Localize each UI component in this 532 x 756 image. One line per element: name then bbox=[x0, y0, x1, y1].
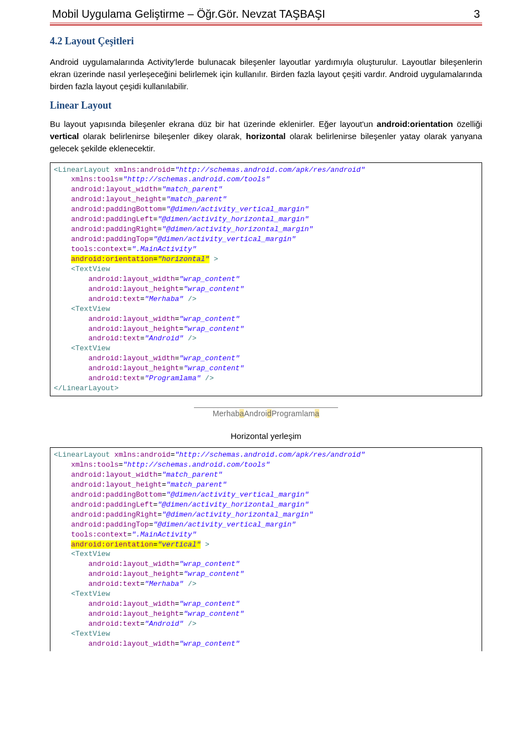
code-block-vertical: <LinearLayout xmlns:android="http://sche… bbox=[50, 447, 482, 651]
code: "match_parent" bbox=[162, 185, 222, 193]
code: <LinearLayout bbox=[54, 451, 110, 459]
bold-term: vertical bbox=[50, 131, 79, 141]
code: android:text bbox=[88, 620, 140, 628]
code: "wrap_content" bbox=[183, 285, 244, 293]
page-header: Mobil Uygulama Geliştirme – Öğr.Gör. Nev… bbox=[50, 8, 482, 22]
code: "Programlama" bbox=[145, 374, 201, 382]
code: android:text bbox=[88, 580, 140, 588]
code: /> bbox=[183, 334, 196, 343]
code: android:paddingBottom bbox=[71, 491, 162, 499]
code: "http://schemas.android.com/apk/res/andr… bbox=[175, 166, 365, 174]
code: android:layout_height bbox=[88, 364, 179, 372]
code: "Android" bbox=[145, 620, 183, 628]
code: ".MainActivity" bbox=[131, 245, 196, 253]
code: "wrap_content" bbox=[183, 610, 244, 618]
emulator-bar bbox=[194, 407, 338, 408]
code: "http://schemas.android.com/apk/res/andr… bbox=[175, 451, 365, 459]
code: <TextView bbox=[71, 265, 110, 273]
code: /> bbox=[183, 620, 196, 628]
code: "wrap_content" bbox=[179, 354, 239, 362]
code: tools:context bbox=[71, 530, 127, 539]
code: android:paddingLeft bbox=[71, 215, 153, 223]
code-highlight: android:orientation bbox=[71, 540, 153, 549]
figure-caption: Horizontal yerleşim bbox=[50, 431, 482, 441]
bold-term: android:orientation bbox=[377, 119, 453, 129]
code: android:layout_width bbox=[88, 640, 175, 648]
emulator-output: MerhabaAndroidProgramlama bbox=[50, 409, 482, 418]
code: android:layout_width bbox=[88, 354, 175, 362]
code: "@dimen/activity_horizontal_margin" bbox=[157, 500, 309, 509]
code: <LinearLayout bbox=[54, 166, 110, 174]
code: <TextView bbox=[71, 590, 110, 598]
code: android:layout_width bbox=[71, 185, 157, 193]
code: > bbox=[201, 540, 209, 549]
code: "wrap_content" bbox=[179, 640, 239, 648]
code: android:paddingTop bbox=[71, 520, 149, 529]
section-heading: 4.2 Layout Çeşitleri bbox=[50, 35, 482, 47]
code: /> bbox=[183, 580, 196, 588]
code: "match_parent" bbox=[166, 195, 227, 203]
code: "http://schemas.android.com/tools" bbox=[123, 175, 270, 183]
code: "match_parent" bbox=[162, 471, 222, 479]
code: "Merhaba" bbox=[145, 295, 183, 303]
header-rule bbox=[50, 23, 482, 25]
code: xmlns:tools bbox=[71, 175, 119, 183]
code: android:layout_height bbox=[88, 610, 179, 618]
code: xmlns:tools bbox=[71, 461, 119, 469]
text: olarak belirlenirse bileşenler dikey ola… bbox=[79, 131, 246, 141]
code-block-horizontal: <LinearLayout xmlns:android="http://sche… bbox=[50, 162, 482, 397]
code: "@dimen/activity_vertical_margin" bbox=[166, 205, 309, 213]
code: android:paddingRight bbox=[71, 510, 157, 519]
code: <TextView bbox=[71, 344, 110, 353]
code: android:layout_width bbox=[88, 315, 175, 323]
code: "wrap_content" bbox=[183, 570, 244, 578]
code: android:text bbox=[88, 374, 140, 382]
highlight: a bbox=[315, 409, 319, 418]
text: Programlam bbox=[272, 409, 315, 418]
code: /> bbox=[183, 295, 196, 303]
code: > bbox=[209, 255, 218, 263]
code: "@dimen/activity_horizontal_margin" bbox=[157, 215, 309, 223]
code: "wrap_content" bbox=[179, 600, 239, 608]
code-highlight: android:orientation bbox=[71, 255, 153, 263]
code: "@dimen/activity_horizontal_margin" bbox=[162, 510, 313, 519]
code: "wrap_content" bbox=[179, 315, 239, 323]
code: "Android" bbox=[145, 334, 183, 343]
code: android:layout_height bbox=[71, 481, 162, 489]
code-highlight: "horizontal" bbox=[157, 255, 209, 263]
code: "@dimen/activity_vertical_margin" bbox=[153, 520, 295, 529]
text: özelliği bbox=[453, 119, 482, 129]
code-highlight: "vertical" bbox=[157, 540, 201, 549]
code: "Merhaba" bbox=[145, 580, 183, 588]
page: Mobil Uygulama Geliştirme – Öğr.Gör. Nev… bbox=[0, 0, 532, 679]
code: android:layout_width bbox=[88, 560, 175, 568]
text: Merhab bbox=[213, 409, 240, 418]
code: "@dimen/activity_vertical_margin" bbox=[166, 491, 309, 499]
subheading-linear-layout: Linear Layout bbox=[50, 100, 482, 111]
code: android:layout_height bbox=[88, 285, 179, 293]
code: android:layout_height bbox=[71, 195, 162, 203]
code: /> bbox=[201, 374, 213, 382]
paragraph-1: Android uygulamalarında Activity'lerde b… bbox=[50, 56, 482, 92]
code: android:paddingBottom bbox=[71, 205, 162, 213]
code: "wrap_content" bbox=[179, 560, 239, 568]
code: "@dimen/activity_vertical_margin" bbox=[153, 235, 295, 243]
code: xmlns:android bbox=[114, 166, 170, 174]
page-number: 3 bbox=[474, 8, 480, 21]
highlight: d bbox=[267, 409, 272, 418]
paragraph-2: Bu layout yapısında bileşenler ekrana dü… bbox=[50, 118, 482, 154]
code: android:paddingTop bbox=[71, 235, 149, 243]
code: "match_parent" bbox=[166, 481, 227, 489]
code: <TextView bbox=[71, 305, 110, 313]
code: "@dimen/activity_horizontal_margin" bbox=[162, 225, 313, 233]
code: <TextView bbox=[71, 550, 110, 558]
code: android:layout_width bbox=[88, 275, 175, 283]
code: "wrap_content" bbox=[183, 325, 244, 333]
text: Bu layout yapısında bileşenler ekrana dü… bbox=[50, 119, 377, 129]
bold-term: horizontal bbox=[246, 131, 286, 141]
code: android:layout_height bbox=[88, 570, 179, 578]
text: Androi bbox=[244, 409, 267, 418]
code: android:text bbox=[88, 334, 140, 343]
header-title: Mobil Uygulama Geliştirme – Öğr.Gör. Nev… bbox=[52, 8, 325, 21]
code: "http://schemas.android.com/tools" bbox=[123, 461, 270, 469]
